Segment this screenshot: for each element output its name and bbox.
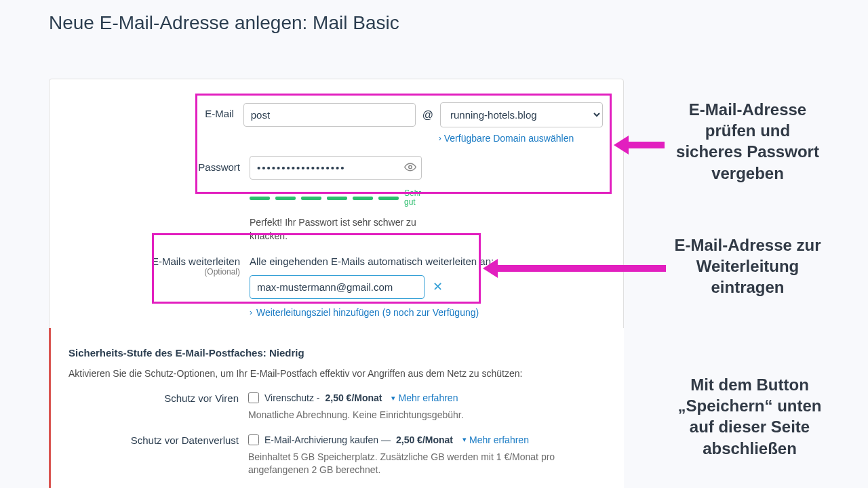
- email-local-input[interactable]: [243, 103, 416, 127]
- virus-sub: Monatliche Abrechnung. Keine Einrichtung…: [248, 409, 601, 422]
- strength-seg: [250, 197, 270, 200]
- virus-body: Virenschutz - 2,50 €/Monat ▾ Mehr erfahr…: [248, 392, 604, 422]
- email-form-card: E-Mail @ running-hotels.blog › Verfügbar…: [49, 79, 624, 344]
- password-strength: Sehr gut: [250, 189, 603, 207]
- strength-seg: [378, 197, 399, 200]
- virus-text-a: Virenschutz -: [264, 392, 319, 403]
- callout-forward: E-Mail-Adresse zur Weiterleitung eintrag…: [671, 235, 824, 298]
- strength-seg: [275, 197, 296, 200]
- forward-label-text: E-Mails weiterleiten: [152, 256, 240, 267]
- security-desc: Aktivieren Sie die Schutz-Optionen, um I…: [68, 368, 604, 379]
- forward-body: Alle eingehenden E-Mails automatisch wei…: [250, 256, 603, 318]
- virus-checkbox[interactable]: [248, 392, 259, 403]
- forward-label: E-Mails weiterleiten (Optional): [70, 256, 250, 318]
- virus-row: Schutz vor Viren Virenschutz - 2,50 €/Mo…: [68, 392, 604, 422]
- password-input-wrap: [250, 156, 422, 180]
- security-panel: Sicherheits-Stufe des E-Mail-Postfaches:…: [49, 328, 624, 488]
- loss-checkbox[interactable]: [248, 434, 259, 445]
- at-symbol: @: [422, 109, 433, 121]
- virus-line: Virenschutz - 2,50 €/Monat ▾ Mehr erfahr…: [248, 392, 604, 403]
- strength-seg: [353, 197, 373, 200]
- forward-input[interactable]: [250, 275, 425, 299]
- forward-input-line: ✕: [250, 275, 603, 299]
- email-row: E-Mail @ running-hotels.blog › Verfügbar…: [70, 102, 603, 144]
- email-body: @ running-hotels.blog › Verfügbare Domai…: [243, 102, 603, 144]
- virus-label: Schutz vor Viren: [68, 392, 248, 422]
- callout-email-password: E-Mail-Adresse prüfen und sicheres Passw…: [671, 99, 824, 184]
- chevron-down-icon: ▾: [391, 394, 395, 403]
- loss-learn-more[interactable]: ▾ Mehr erfahren: [462, 434, 529, 445]
- virus-price: 2,50 €/Monat: [325, 392, 382, 403]
- chevron-down-icon: ▾: [462, 435, 467, 444]
- password-label: Passwort: [70, 156, 250, 243]
- loss-row: Schutz vor Datenverlust E-Mail-Archivier…: [68, 434, 604, 477]
- password-input[interactable]: [250, 156, 422, 180]
- available-domain-link-text: Verfügbare Domain auswählen: [444, 133, 574, 144]
- password-body: Sehr gut Perfekt! Ihr Passwort ist sehr …: [250, 156, 603, 243]
- close-icon[interactable]: ✕: [433, 279, 443, 294]
- security-title: Sicherheits-Stufe des E-Mail-Postfaches:…: [68, 347, 604, 359]
- chevron-right-icon: ›: [439, 134, 441, 143]
- password-row: Passwort Sehr gut Perfekt! Ihr Passwort …: [70, 156, 603, 243]
- loss-learn-text: Mehr erfahren: [469, 434, 529, 445]
- strength-seg: [301, 197, 321, 200]
- strength-seg: [327, 197, 347, 200]
- email-line: @ running-hotels.blog: [243, 102, 603, 127]
- loss-sub: Beinhaltet 5 GB Speicherplatz. Zusätzlic…: [248, 451, 601, 477]
- forward-optional: (Optional): [70, 267, 240, 277]
- page-title: Neue E-Mail-Adresse anlegen: Mail Basic: [49, 12, 868, 34]
- virus-learn-more[interactable]: ▾ Mehr erfahren: [391, 392, 458, 403]
- available-domain-link[interactable]: › Verfügbare Domain auswählen: [439, 133, 574, 144]
- callout-save: Mit dem Button „Speichern“ unten auf die…: [677, 374, 823, 459]
- loss-text-a: E-Mail-Archivierung kaufen —: [264, 434, 391, 445]
- domain-select[interactable]: running-hotels.blog: [440, 102, 603, 127]
- loss-price: 2,50 €/Monat: [396, 434, 453, 445]
- eye-icon[interactable]: [404, 161, 416, 175]
- forward-add-text: Weiterleitungsziel hinzufügen (9 noch zu…: [256, 307, 479, 318]
- loss-label: Schutz vor Datenverlust: [68, 434, 248, 477]
- password-help-text: Perfekt! Ihr Passwort ist sehr schwer zu…: [250, 216, 426, 243]
- chevron-right-icon: ›: [250, 308, 252, 317]
- email-label: E-Mail: [70, 102, 243, 144]
- strength-label: Sehr gut: [404, 189, 431, 207]
- forward-add-link[interactable]: › Weiterleitungsziel hinzufügen (9 noch …: [250, 307, 479, 318]
- forward-row: E-Mails weiterleiten (Optional) Alle ein…: [70, 256, 603, 318]
- loss-line: E-Mail-Archivierung kaufen — 2,50 €/Mona…: [248, 434, 604, 445]
- forward-desc: Alle eingehenden E-Mails automatisch wei…: [250, 256, 603, 267]
- svg-point-0: [409, 165, 412, 169]
- virus-learn-text: Mehr erfahren: [398, 392, 458, 403]
- loss-body: E-Mail-Archivierung kaufen — 2,50 €/Mona…: [248, 434, 604, 477]
